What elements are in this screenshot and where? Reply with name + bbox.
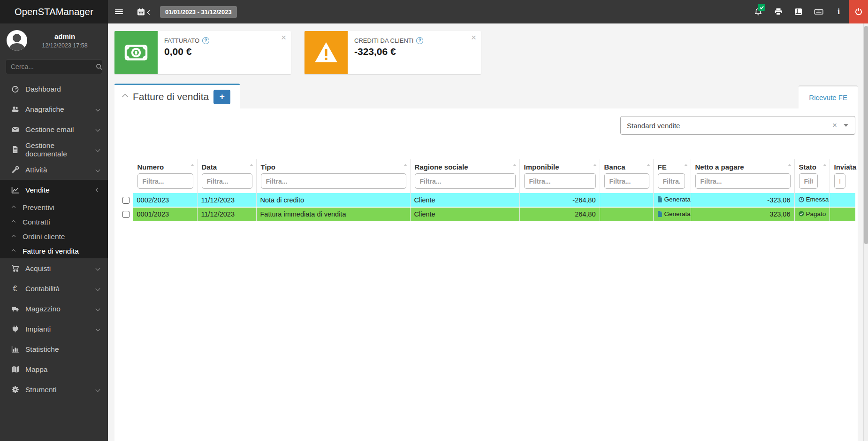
sidebar-item-label: Dashboard [25,85,99,93]
column-header-banca[interactable]: Banca [600,159,653,171]
fe-status-label: Generata [664,196,691,203]
tab-ricevute-fe[interactable]: Ricevute FE [799,85,858,108]
sidebar-item-mappa[interactable]: Mappa [0,359,108,379]
column-header-tipo[interactable]: Tipo [256,159,410,171]
print-button[interactable] [768,0,788,23]
sidebar-item-statistiche[interactable]: Statistiche [0,339,108,359]
sort-icon[interactable] [593,164,597,166]
filter-input-stato[interactable] [799,173,818,189]
chevron-down-icon[interactable] [844,124,848,127]
sidebar-item-label: Impianti [25,325,96,333]
column-header-numero[interactable]: Numero [133,159,197,171]
chevron-left-icon [96,327,100,332]
cell-numero: 0002/2023 [133,193,197,207]
sort-icon[interactable] [250,164,253,166]
filter-input-banca[interactable] [604,173,649,189]
sort-icon[interactable] [788,164,792,166]
keyboard-icon [814,8,823,16]
content-panel: Standard vendite × Numero Data Tipo Ragi… [114,108,858,441]
sort-icon[interactable] [404,164,407,166]
stats-cards-row: FATTURATO ? 0,00 € × CREDITI DA CLIENTI … [108,23,868,74]
filter-input-data[interactable] [202,173,252,189]
column-header-data[interactable]: Data [197,159,256,171]
filter-input-inviata[interactable] [834,173,845,189]
sort-icon[interactable] [190,164,194,166]
table-row[interactable]: 0001/2023 11/12/2023 Fattura immediata d… [120,207,855,221]
column-header-imponibile[interactable]: Imponibile [519,159,600,171]
table-row[interactable]: 0002/2023 11/12/2023 Nota di credito Cli… [120,193,855,207]
filter-input-numero[interactable] [137,173,193,189]
filter-input-ragione-sociale[interactable] [415,173,516,189]
row-checkbox[interactable] [122,197,129,204]
sidebar-item-contratti[interactable]: Contratti [0,215,108,229]
close-icon[interactable]: × [281,33,286,42]
scrollbar-thumb[interactable] [864,26,868,244]
sidebar-item-magazzino[interactable]: Magazzino [0,299,108,319]
row-checkbox[interactable] [122,211,129,218]
chevron-left-icon [96,286,100,291]
search-input[interactable] [11,63,96,70]
sidebar-item-impianti[interactable]: Impianti [0,319,108,339]
sidebar-item-gestione-documentale[interactable]: Gestione documentale [0,139,108,160]
help-icon[interactable]: ? [202,37,209,44]
sidebar-item-preventivi[interactable]: Preventivi [0,200,108,215]
sidebar-item-strumenti[interactable]: Strumenti [0,379,108,400]
info-icon: i [838,7,840,16]
chevron-right-icon [122,94,128,100]
sidebar-item-vendite[interactable]: Vendite [0,180,108,200]
sidebar-item-fatture-di-vendita[interactable]: Fatture di vendita [0,244,108,258]
tab-fatture-di-vendita[interactable]: Fatture di vendita + [114,84,240,108]
page-title: Fatture di vendita [133,91,209,102]
select-all-header [120,159,133,171]
view-select-value: Standard vendite [621,122,826,130]
column-header-stato[interactable]: Stato [794,159,830,171]
cell-stato: Pagato [794,207,830,221]
file-icon [657,196,662,202]
filter-input-netto[interactable] [695,173,791,189]
calendar-dropdown[interactable] [130,0,158,23]
vertical-scrollbar[interactable] [863,23,868,441]
column-header-netto-a-pagare[interactable]: Netto a pagare [691,159,794,171]
help-icon[interactable]: ? [416,37,423,44]
sort-icon[interactable] [513,164,517,166]
chevron-left-icon [96,107,100,112]
sidebar-item-ordini-cliente[interactable]: Ordini cliente [0,229,108,244]
view-select[interactable]: Standard vendite × [620,116,855,135]
sort-icon[interactable] [684,164,688,166]
filter-input-fe[interactable] [658,173,685,189]
cell-imponibile: -264,80 [519,193,600,207]
sort-icon[interactable] [647,164,650,166]
sort-icon[interactable] [823,164,827,166]
logout-button[interactable] [849,0,868,23]
sort-icon[interactable] [849,164,853,166]
column-header-ragione-sociale[interactable]: Ragione sociale [410,159,519,171]
sidebar-item-dashboard[interactable]: Dashboard [0,79,108,99]
sidebar-search[interactable] [6,59,102,74]
info-button[interactable]: i [829,0,849,23]
sidebar-subitem-label: Contratti [23,218,50,226]
shortcuts-button[interactable] [808,0,829,23]
add-invoice-button[interactable]: + [213,90,230,104]
sidebar-subitem-label: Preventivi [23,203,54,212]
sidebar-item-contabilita[interactable]: € Contabilità [0,279,108,299]
column-header-fe[interactable]: FE [653,159,691,171]
sidebar-item-gestione-email[interactable]: Gestione email [0,119,108,139]
sidebar-item-label: Gestione email [25,125,96,134]
sidebar-item-label: Strumenti [25,386,96,394]
clear-icon[interactable]: × [826,121,844,130]
close-icon[interactable]: × [471,33,476,42]
filter-input-tipo[interactable] [261,173,406,189]
notifications-button[interactable] [748,0,768,23]
sidebar-item-label: Contabilità [25,285,96,293]
filter-input-imponibile[interactable] [524,173,596,189]
column-header-inviata[interactable]: Inviata [830,159,855,171]
hamburger-menu-icon[interactable] [108,0,130,23]
sidebar-item-acquisti[interactable]: Acquisti [0,258,108,279]
card-title: CREDITI DA CLIENTI [354,37,413,44]
docs-button[interactable] [788,0,808,23]
sidebar-item-attivita[interactable]: Attività [0,160,108,180]
cell-banca [600,207,653,221]
search-icon[interactable] [96,63,103,70]
sidebar-item-anagrafiche[interactable]: Anagrafiche [0,99,108,119]
date-range-badge[interactable]: 01/01/2023 - 31/12/2023 [160,6,237,18]
